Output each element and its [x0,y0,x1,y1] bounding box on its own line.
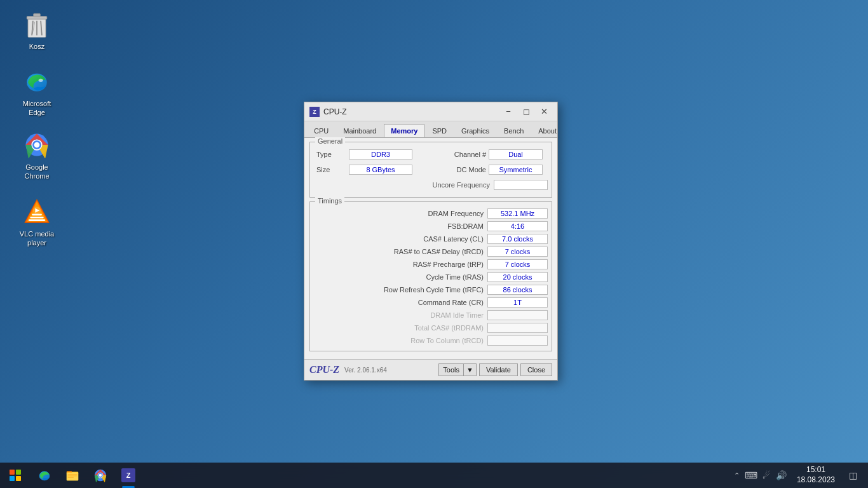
close-footer-button[interactable]: Close [520,363,552,376]
clock[interactable]: 15:01 18.08.2023 [792,463,840,488]
timing-label-7: Command Rate (CR) [314,299,487,306]
svg-rect-23 [68,474,78,475]
dc-mode-value: Symmetric [489,165,543,175]
maximize-button[interactable]: ◻ [518,105,534,119]
type-value: DDR3 [349,149,412,159]
timing-value-1: 4:16 [487,221,548,231]
channel-label: Channel # [425,151,489,158]
timing-row-4: RAS# Precharge (tRP) 7 clocks [314,258,548,270]
timing-row-0: DRAM Frequency 532.1 MHz [314,207,548,219]
start-button[interactable] [0,463,31,488]
timing-value-10 [487,336,548,346]
timing-row-10: Row To Column (tRCD) [314,334,548,346]
timings-section-title: Timings [315,197,344,205]
volume-icon: 🔊 [776,470,787,480]
timing-value-5: 20 clocks [487,272,548,282]
svg-point-7 [39,79,43,82]
timing-label-4: RAS# Precharge (tRP) [314,261,487,268]
minimize-button[interactable]: − [500,105,517,119]
window-footer: CPU-Z Ver. 2.06.1.x64 Tools ▼ Validate C… [304,359,557,380]
chrome-label: Google Chrome [14,163,60,181]
svg-rect-25 [68,477,74,478]
tab-graphics[interactable]: Graphics [454,124,496,137]
svg-rect-24 [68,475,78,476]
tabs-bar: CPU Mainboard Memory SPD Graphics Bench … [304,121,557,138]
desktop-icon-edge[interactable]: Microsoft Edge [11,64,62,120]
timing-value-0: 532.1 MHz [487,208,548,219]
footer-brand: CPU-Z [309,364,339,376]
timing-row-1: FSB:DRAM 4:16 [314,220,548,232]
cpuz-window: Z CPU-Z − ◻ ✕ CPU Mainboard Memory SPD G… [304,102,558,381]
timing-label-1: FSB:DRAM [314,222,487,230]
tab-memory[interactable]: Memory [384,124,424,137]
desktop-icon-recycle-bin[interactable]: Kosz [11,6,62,53]
timing-value-4: 7 clocks [487,259,548,269]
svg-rect-16 [29,219,45,221]
desktop-icon-chrome[interactable]: Google Chrome [11,127,62,184]
window-titlebar[interactable]: Z CPU-Z − ◻ ✕ [304,102,557,121]
clock-date: 18.08.2023 [797,475,835,485]
tools-button[interactable]: Tools [438,363,463,376]
desktop: Kosz Microsoft [0,0,868,488]
wifi-icon: ☄ [763,470,771,480]
taskbar-explorer[interactable] [58,463,86,488]
timing-row-5: Cycle Time (tRAS) 20 clocks [314,271,548,283]
taskbar-edge[interactable] [31,463,58,488]
general-section-title: General [315,137,345,145]
recycle-bin-label: Kosz [29,42,44,51]
taskbar: Z ⌃ ⌨ ☄ 🔊 15:01 18.08.2023 ◫ [0,463,868,488]
svg-point-29 [99,474,102,477]
timing-row-7: Command Rate (CR) 1T [314,296,548,308]
general-row-uncore: Uncore Frequency [314,178,548,192]
timing-row-8: DRAM Idle Timer [314,309,548,321]
clock-time: 15:01 [806,465,825,475]
close-button[interactable]: ✕ [536,105,552,119]
taskbar-cpuz[interactable]: Z [114,463,142,488]
timing-value-2: 7.0 clocks [487,234,548,244]
cpuz-taskbar-icon: Z [121,468,135,482]
timing-label-8: DRAM Idle Timer [314,311,487,319]
window-controls: − ◻ ✕ [500,105,552,119]
tray-chevron: ⌃ [734,471,740,480]
size-value: 8 GBytes [349,165,412,175]
timing-label-5: Cycle Time (tRAS) [314,273,487,281]
tab-spd[interactable]: SPD [425,124,454,137]
windows-logo [10,470,21,481]
general-section: General Type DDR3 Channel # Dual Size 8 … [309,142,552,198]
timing-value-6: 86 clocks [487,285,548,295]
timing-row-9: Total CAS# (tRDRAM) [314,322,548,334]
notification-button[interactable]: ◫ [840,463,865,488]
chrome-icon [22,130,52,160]
timings-rows: DRAM Frequency 532.1 MHz FSB:DRAM 4:16 C… [314,207,548,346]
uncore-freq-label: Uncore Frequency [314,181,494,189]
timing-row-2: CAS# Latency (CL) 7.0 clocks [314,233,548,245]
size-label: Size [314,166,349,173]
svg-rect-22 [67,472,78,480]
timing-value-3: 7 clocks [487,247,548,257]
footer-version: Ver. 2.06.1.x64 [344,367,436,374]
timing-label-0: DRAM Frequency [314,210,487,217]
tools-button-group: Tools ▼ [438,363,477,376]
timing-label-10: Row To Column (tRCD) [314,337,487,344]
vlc-icon [22,196,52,227]
tab-about[interactable]: About [531,124,564,137]
taskbar-right: ⌃ ⌨ ☄ 🔊 15:01 18.08.2023 ◫ [729,463,868,488]
type-label: Type [314,151,349,158]
tab-mainboard[interactable]: Mainboard [336,124,383,137]
tools-arrow-button[interactable]: ▼ [463,363,477,376]
desktop-icon-vlc[interactable]: VLC media player [11,194,62,250]
tab-bench[interactable]: Bench [497,124,531,137]
timing-label-3: RAS# to CAS# Delay (tRCD) [314,248,487,255]
timing-row-3: RAS# to CAS# Delay (tRCD) 7 clocks [314,245,548,257]
timings-section: Timings DRAM Frequency 532.1 MHz FSB:DRA… [309,201,552,351]
timing-row-6: Row Refresh Cycle Time (tRFC) 86 clocks [314,283,548,295]
dc-mode-label: DC Mode [425,166,489,173]
svg-rect-15 [31,217,44,219]
system-tray[interactable]: ⌃ ⌨ ☄ 🔊 [729,463,792,488]
timing-label-6: Row Refresh Cycle Time (tRFC) [314,286,487,294]
network-icon: ⌨ [745,470,757,480]
taskbar-chrome[interactable] [86,463,114,488]
tab-cpu[interactable]: CPU [307,124,336,137]
timing-value-8 [487,310,548,320]
validate-button[interactable]: Validate [479,363,518,376]
